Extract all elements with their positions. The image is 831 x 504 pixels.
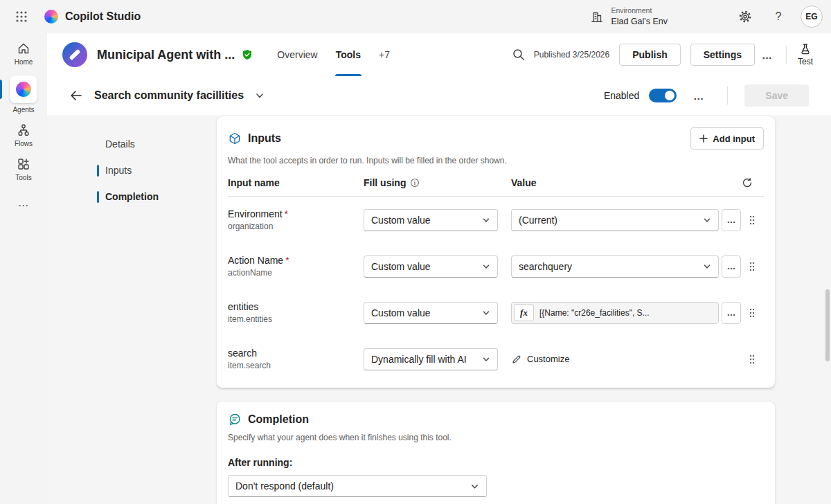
- chevron-down-icon: [470, 482, 479, 491]
- save-button[interactable]: Save: [744, 84, 809, 107]
- waffle-icon: [15, 10, 28, 23]
- vertical-scrollbar[interactable]: [825, 289, 830, 361]
- section-nav-details[interactable]: Details: [97, 136, 159, 152]
- agent-header: Municipal Agent with ... Overview Tools …: [47, 33, 831, 76]
- add-input-button[interactable]: Add input: [690, 127, 764, 150]
- input-subtext: organization: [228, 222, 364, 231]
- sidebar-item-label: Home: [15, 58, 33, 66]
- copilot-logo-icon: [44, 10, 58, 24]
- input-row-environment: Environment* organization Custom value (…: [228, 197, 764, 243]
- drag-handle-icon[interactable]: [749, 307, 756, 318]
- input-subtext: item.search: [228, 361, 364, 370]
- input-subtext: item.entities: [228, 314, 364, 324]
- sidebar-item-flows[interactable]: Flows: [0, 123, 47, 147]
- app-title: Copilot Studio: [65, 10, 141, 23]
- value-dropdown[interactable]: searchquery: [511, 255, 719, 278]
- agent-tabs: Overview Tools +7: [268, 33, 399, 76]
- agent-settings-button[interactable]: Settings: [690, 44, 755, 66]
- settings-gear-button[interactable]: [734, 6, 756, 28]
- publish-button[interactable]: Publish: [619, 44, 681, 66]
- chevron-down-icon: [482, 216, 490, 224]
- app-brand: Copilot Studio: [44, 10, 141, 24]
- required-marker: *: [285, 208, 288, 219]
- section-nav-completion[interactable]: Completion: [97, 188, 159, 205]
- search-button[interactable]: [508, 44, 530, 66]
- completion-chat-icon: [228, 413, 242, 426]
- active-nav-indicator: [0, 80, 2, 99]
- customize-link[interactable]: Customize: [511, 354, 569, 365]
- chevron-down-icon: [255, 91, 265, 100]
- back-button[interactable]: [66, 86, 86, 105]
- tool-header: Search community facillities Enabled … S…: [47, 76, 831, 115]
- tab-overflow[interactable]: +7: [370, 33, 399, 76]
- tool-title-chevron-button[interactable]: [252, 88, 267, 103]
- drag-handle-icon[interactable]: [749, 261, 756, 272]
- input-name: search: [228, 348, 257, 359]
- chevron-down-icon: [703, 216, 711, 224]
- agents-icon: [10, 75, 37, 103]
- help-button[interactable]: ?: [767, 6, 789, 28]
- plus-icon: [699, 134, 708, 143]
- add-input-label: Add input: [713, 134, 755, 144]
- section-nav-label: Completion: [105, 191, 159, 202]
- environment-picker[interactable]: Environment Elad Gal's Env: [590, 6, 668, 27]
- input-name: entities: [228, 301, 258, 312]
- required-marker: *: [285, 255, 289, 266]
- fill-using-dropdown[interactable]: Custom value: [364, 302, 498, 324]
- pencil-icon: [511, 354, 522, 365]
- input-row-action-name: Action Name* actionName Custom value sea…: [228, 243, 764, 289]
- search-icon: [512, 48, 526, 62]
- chevron-down-icon: [482, 355, 490, 363]
- tool-content: Details Inputs Completion Inputs: [47, 115, 831, 504]
- value-more-button[interactable]: …: [722, 302, 741, 324]
- column-fill-using: Fill using: [364, 177, 511, 188]
- formula-text: [{Name: "cr26e_facilities", S...: [539, 308, 650, 318]
- main-region: Municipal Agent with ... Overview Tools …: [47, 33, 831, 504]
- input-row-entities: entities item.entities Custom value fx […: [228, 289, 764, 336]
- sidebar-item-label: Tools: [15, 174, 31, 181]
- section-nav-inputs[interactable]: Inputs: [97, 162, 159, 179]
- fill-using-dropdown[interactable]: Custom value: [364, 209, 498, 231]
- value-more-button[interactable]: …: [722, 255, 741, 278]
- completion-card: Completion Specify what your agent does …: [217, 402, 775, 504]
- app-sidebar: Home Agents Flows Tools ⋯: [0, 33, 47, 504]
- sidebar-item-tools[interactable]: Tools: [0, 157, 47, 181]
- enabled-label: Enabled: [604, 90, 639, 101]
- test-button[interactable]: Test: [798, 43, 813, 66]
- gear-icon: [738, 10, 752, 24]
- value-dropdown[interactable]: (Current): [511, 209, 719, 231]
- completion-title: Completion: [248, 413, 309, 426]
- inputs-table-header: Input name Fill using Value: [228, 176, 764, 197]
- divider: [786, 46, 787, 64]
- test-label: Test: [798, 57, 813, 66]
- formula-value-field[interactable]: fx [{Name: "cr26e_facilities", S...: [511, 302, 719, 324]
- sidebar-item-agents[interactable]: Agents: [0, 75, 47, 114]
- drag-handle-icon[interactable]: [749, 215, 756, 226]
- agent-more-button[interactable]: …: [755, 47, 779, 63]
- account-avatar[interactable]: EG: [801, 6, 823, 28]
- tab-tools[interactable]: Tools: [327, 33, 370, 76]
- tool-more-button[interactable]: …: [686, 88, 711, 104]
- info-icon[interactable]: [410, 178, 420, 188]
- divider: [727, 87, 728, 105]
- fill-using-dropdown[interactable]: Custom value: [364, 255, 498, 278]
- drag-handle-icon[interactable]: [749, 354, 756, 365]
- sidebar-more-button[interactable]: ⋯: [18, 199, 29, 212]
- enabled-toggle[interactable]: [649, 89, 677, 102]
- waffle-menu-button[interactable]: [11, 6, 32, 27]
- back-arrow-icon: [69, 89, 83, 102]
- fx-icon: fx: [514, 304, 534, 321]
- copilot-studio-app: Copilot Studio Environment Elad Gal's En…: [0, 0, 831, 504]
- after-running-dropdown[interactable]: Don't respond (default): [228, 475, 487, 497]
- refresh-button[interactable]: [740, 176, 754, 190]
- environment-value: Elad Gal's Env: [611, 16, 668, 27]
- home-icon: [17, 42, 30, 55]
- value-more-button[interactable]: …: [722, 209, 741, 231]
- top-app-bar: Copilot Studio Environment Elad Gal's En…: [0, 0, 831, 33]
- customize-label: Customize: [527, 354, 569, 364]
- flows-icon: [17, 123, 30, 137]
- completion-description: Specify what your agent does when it fin…: [228, 433, 764, 442]
- tab-overview[interactable]: Overview: [268, 33, 326, 76]
- fill-using-dropdown[interactable]: Dynamically fill with AI: [364, 348, 498, 370]
- sidebar-item-home[interactable]: Home: [0, 42, 47, 66]
